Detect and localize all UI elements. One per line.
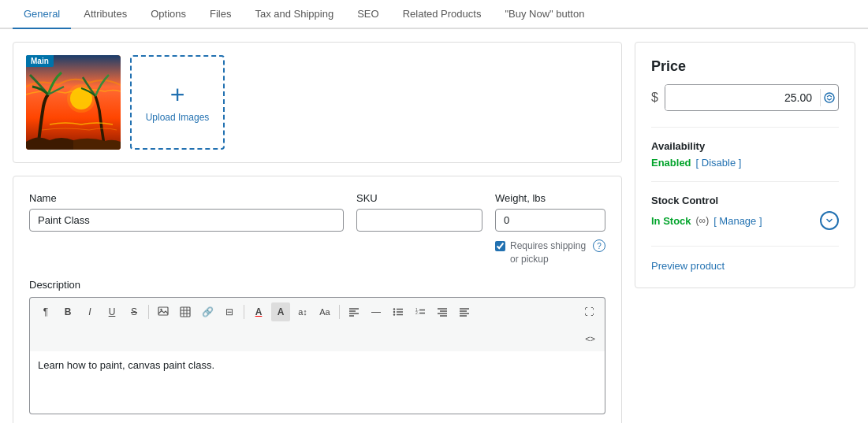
availability-title: Availability: [651, 140, 839, 152]
toolbar-numbered-btn[interactable]: 1.2.: [411, 302, 430, 321]
name-field-group: Name: [29, 192, 344, 232]
toolbar-italic-btn[interactable]: I: [80, 302, 99, 321]
preview-product-link[interactable]: Preview product: [651, 260, 725, 272]
tab-attributes[interactable]: Attributes: [73, 0, 138, 29]
price-label: Price: [651, 58, 839, 75]
stock-infinity: (∞): [696, 215, 710, 226]
tab-buy-now-button[interactable]: "Buy Now" button: [494, 0, 595, 29]
editor-toolbar: ¶ B I U S 🔗 ⊟: [29, 297, 605, 326]
main-image: [26, 55, 121, 150]
divider-3: [651, 246, 839, 247]
upload-images-button[interactable]: + Upload Images: [130, 55, 225, 150]
svg-text:2.: 2.: [415, 310, 419, 315]
right-panel: Price $: [635, 42, 855, 288]
disable-link[interactable]: [ Disable ]: [696, 157, 742, 169]
toolbar-image-btn[interactable]: [154, 302, 173, 321]
stock-status: In Stock: [651, 215, 691, 227]
svg-point-5: [160, 308, 162, 310]
tab-seo[interactable]: SEO: [346, 0, 389, 29]
fields-row: Name SKU Weight, lbs: [29, 192, 605, 266]
toolbar-divider-2: [244, 305, 244, 319]
toolbar-indent-right-btn[interactable]: [433, 302, 452, 321]
divider-2: [651, 181, 839, 182]
sku-field-group: SKU: [356, 192, 482, 232]
shipping-help-icon[interactable]: ?: [593, 239, 605, 252]
side-box: Price $: [635, 42, 855, 288]
description-label: Description: [29, 279, 605, 291]
toolbar-font-color-btn[interactable]: A: [249, 302, 268, 321]
fields-box: Name SKU Weight, lbs: [13, 176, 622, 423]
stock-row: In Stock (∞) [ Manage ]: [651, 211, 839, 230]
sku-label: SKU: [356, 192, 482, 204]
svg-point-33: [825, 93, 834, 102]
editor-secondary-toolbar: <>: [29, 326, 605, 351]
stock-expand-button[interactable]: [820, 211, 839, 230]
tab-related-products[interactable]: Related Products: [392, 0, 493, 29]
tab-tax-shipping[interactable]: Tax and Shipping: [244, 0, 345, 29]
toolbar-underline-btn[interactable]: U: [102, 302, 121, 321]
shipping-checkbox-row: Requires shipping or pickup ?: [495, 239, 605, 266]
editor-area[interactable]: Learn how to paint, canvas paint class.: [29, 351, 605, 414]
left-panel: Main + Upload Images Name SK: [13, 42, 622, 423]
price-input[interactable]: [665, 85, 820, 110]
svg-rect-4: [158, 307, 168, 315]
toolbar-bullet-btn[interactable]: [389, 302, 408, 321]
weight-label: Weight, lbs: [495, 192, 605, 204]
description-text: Learn how to paint, canvas paint class.: [38, 359, 214, 371]
toolbar-align-left-btn[interactable]: [345, 302, 363, 321]
tab-general[interactable]: General: [13, 0, 71, 29]
stock-section: Stock Control In Stock (∞) [ Manage ]: [651, 195, 839, 230]
page-wrapper: General Attributes Options Files Tax and…: [0, 0, 868, 423]
toolbar-paragraph-btn[interactable]: ¶: [36, 302, 55, 321]
toolbar-divider-3: [339, 305, 340, 319]
toolbar-bg-color-btn[interactable]: A: [271, 302, 290, 321]
tab-options[interactable]: Options: [140, 0, 197, 29]
main-image-container: Main: [26, 55, 121, 150]
availability-status: Enabled: [651, 157, 691, 169]
toolbar-strikethrough-btn[interactable]: S: [125, 302, 143, 321]
toolbar-font-family-btn[interactable]: Aa: [315, 302, 334, 321]
sku-input[interactable]: [356, 209, 482, 232]
tab-files[interactable]: Files: [199, 0, 242, 29]
toolbar-font-size-btn[interactable]: a↕: [293, 302, 312, 321]
description-section: Description ¶ B I U S: [29, 279, 605, 414]
availability-row: Enabled [ Disable ]: [651, 157, 839, 169]
product-image-svg: [26, 55, 121, 150]
weight-input[interactable]: [495, 209, 605, 232]
svg-point-15: [393, 308, 395, 310]
toolbar-indent-left-btn[interactable]: [455, 302, 474, 321]
price-input-row: $: [651, 84, 839, 111]
toolbar-hr-btn[interactable]: —: [367, 302, 386, 321]
svg-rect-6: [181, 307, 190, 317]
divider-1: [651, 127, 839, 128]
svg-point-19: [393, 314, 395, 315]
toolbar-grid-btn[interactable]: ⊟: [220, 302, 239, 321]
main-image-badge: Main: [26, 55, 54, 67]
toolbar-divider-1: [148, 305, 149, 319]
availability-section: Availability Enabled [ Disable ]: [651, 140, 839, 169]
stock-left: In Stock (∞) [ Manage ]: [651, 215, 762, 227]
weight-field-group: Weight, lbs Requires shipping or pickup …: [495, 192, 605, 266]
price-symbol: $: [651, 91, 658, 105]
images-box: Main + Upload Images: [13, 42, 622, 163]
stock-control-title: Stock Control: [651, 195, 839, 206]
manage-link[interactable]: [ Manage ]: [713, 215, 762, 227]
toolbar-table-btn[interactable]: [176, 302, 195, 321]
name-input[interactable]: [29, 209, 344, 232]
toolbar-bold-btn[interactable]: B: [58, 302, 77, 321]
upload-label: Upload Images: [146, 112, 210, 123]
shipping-checkbox[interactable]: [495, 241, 505, 251]
svg-point-17: [393, 310, 395, 312]
tabs-bar: General Attributes Options Files Tax and…: [0, 0, 868, 29]
toolbar-link-btn[interactable]: 🔗: [198, 302, 217, 321]
toolbar-fullscreen-btn[interactable]: ⛶: [579, 302, 598, 321]
content-area: Main + Upload Images Name SK: [0, 29, 868, 423]
upload-plus-icon: +: [170, 82, 185, 107]
shipping-label: Requires shipping or pickup: [510, 239, 588, 266]
name-label: Name: [29, 192, 344, 204]
toolbar-source-btn[interactable]: <>: [582, 329, 598, 348]
price-spinner[interactable]: [820, 89, 838, 106]
weight-with-checkbox: Requires shipping or pickup ?: [495, 209, 605, 266]
price-input-wrap: [665, 84, 839, 111]
